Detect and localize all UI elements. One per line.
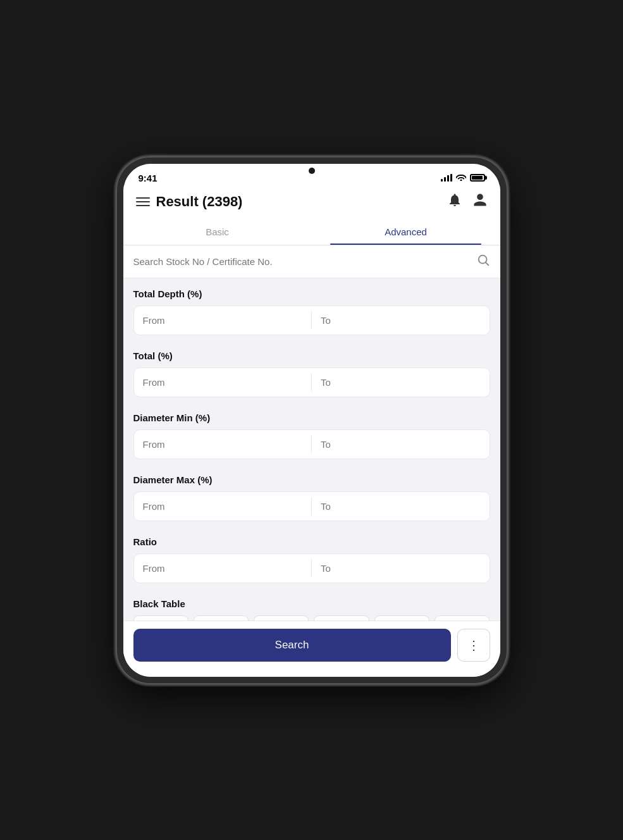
search-container [123,245,500,278]
diameter-min-to[interactable] [312,430,490,459]
section-total-label: Total (%) [133,350,490,361]
diameter-max-range-row [133,491,490,521]
section-black-table-label: Black Table [133,598,490,609]
total-depth-range-row [133,306,490,335]
header: Result (2398) [123,187,500,219]
more-options-button[interactable]: ⋮ [457,629,490,662]
device-frame: 9:41 [116,156,508,684]
header-actions [447,192,488,211]
signal-icon [441,174,452,182]
menu-icon[interactable] [136,197,150,206]
bottom-bar: Search ⋮ [123,621,500,677]
total-range-row [133,368,490,397]
total-from[interactable] [134,368,312,397]
header-left: Result (2398) [136,194,243,210]
diameter-min-from[interactable] [134,430,312,459]
user-icon[interactable] [472,192,488,211]
status-icons [441,173,485,183]
search-input[interactable] [133,256,476,267]
section-total: Total (%) [123,340,500,402]
section-diameter-max-label: Diameter Max (%) [133,474,490,485]
more-icon: ⋮ [467,638,480,653]
section-diameter-min-label: Diameter Min (%) [133,412,490,423]
wifi-icon [456,173,466,183]
diameter-max-from[interactable] [134,492,312,521]
ratio-to[interactable] [312,554,490,583]
tab-basic[interactable]: Basic [123,219,312,245]
section-total-depth-label: Total Depth (%) [133,288,490,299]
section-ratio: Ratio [123,526,500,588]
diameter-max-to[interactable] [312,492,490,521]
section-diameter-min: Diameter Min (%) [123,402,500,464]
device-screen: 9:41 [123,164,500,677]
section-diameter-max: Diameter Max (%) [123,464,500,526]
total-depth-to[interactable] [312,306,490,335]
tab-advanced[interactable]: Advanced [312,219,500,245]
total-to[interactable] [312,368,490,397]
search-button[interactable]: Search [133,629,451,662]
tabs-container: Basic Advanced [123,219,500,245]
ratio-from[interactable] [134,554,312,583]
bell-icon[interactable] [447,192,462,211]
battery-icon [470,174,485,182]
page-title: Result (2398) [156,194,243,210]
total-depth-from[interactable] [134,306,312,335]
ratio-range-row [133,553,490,583]
diameter-min-range-row [133,429,490,459]
front-camera [309,168,315,174]
scroll-content[interactable]: Total Depth (%) Total (%) Diameter Min [123,278,500,677]
status-time: 9:41 [139,173,157,183]
search-icon[interactable] [476,253,490,270]
section-total-depth: Total Depth (%) [123,278,500,340]
section-ratio-label: Ratio [133,536,490,547]
